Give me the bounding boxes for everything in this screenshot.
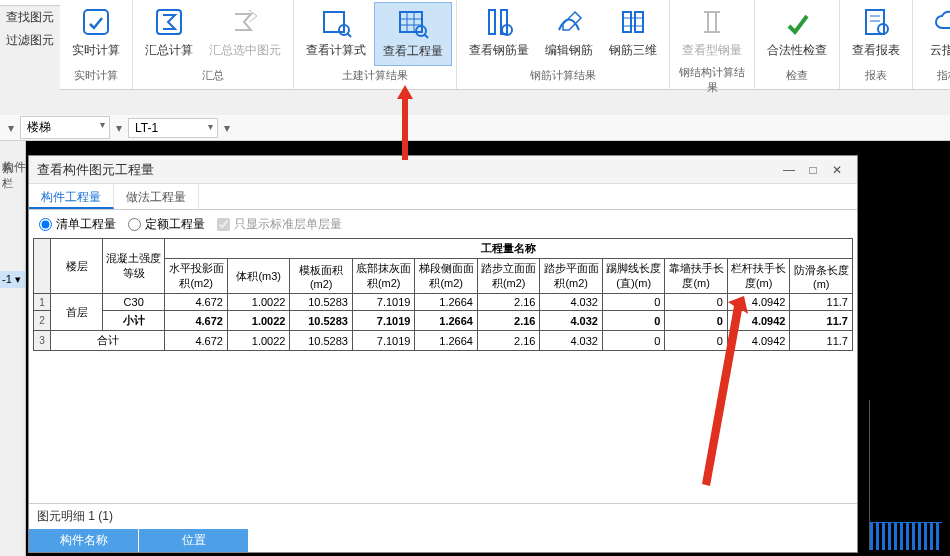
radio-quota-qty[interactable]: 定额工程量 xyxy=(128,216,205,233)
quantity-dialog: 查看构件图元工程量 — □ ✕ 构件工程量 做法工程量 清单工程量 定额工程量 … xyxy=(28,155,858,553)
ribbon-rt-button[interactable]: 实时计算 xyxy=(64,2,128,66)
svg-line-11 xyxy=(424,34,428,38)
svg-rect-19 xyxy=(866,10,884,34)
ribbon-cloud-button[interactable]: 云指标 xyxy=(917,2,950,66)
ribbon-ereb-button[interactable]: 编辑钢筋 xyxy=(537,2,601,66)
checkbox-std-floor[interactable]: 只显示标准层单层量 xyxy=(217,216,342,233)
svg-rect-2 xyxy=(324,12,344,32)
ribbon-group-label: 土建计算结果 xyxy=(298,66,452,87)
ribbon-group-label: 检查 xyxy=(759,66,835,87)
vqty-icon xyxy=(397,7,429,39)
ribbon-group-label: 钢结构计算结果 xyxy=(674,63,750,99)
dialog-title: 查看构件图元工程量 xyxy=(37,161,777,179)
rt-icon xyxy=(80,6,112,38)
detail-col-name[interactable]: 构件名称 xyxy=(29,529,139,552)
detail-col-position[interactable]: 位置 xyxy=(139,529,249,552)
valid-icon xyxy=(781,6,813,38)
maximize-button[interactable]: □ xyxy=(801,160,825,180)
component-name-dropdown[interactable]: LT-1 xyxy=(128,118,218,138)
svg-rect-16 xyxy=(635,12,643,32)
component-type-dropdown[interactable]: 楼梯 xyxy=(20,116,110,139)
ribbon-vsteel-button: 查看型钢量 xyxy=(674,2,750,63)
ribbon-group-label: 实时计算 xyxy=(64,66,128,87)
ribbon-valid-button[interactable]: 合法性检查 xyxy=(759,2,835,66)
minimize-button[interactable]: — xyxy=(777,160,801,180)
floor-tag[interactable]: -1 ▾ xyxy=(0,271,25,288)
ribbon-group-label: 指标 xyxy=(917,66,950,87)
filter-element[interactable]: 过滤图元 xyxy=(0,29,60,52)
svg-line-4 xyxy=(347,33,351,37)
ribbon-group-label: 汇总 xyxy=(137,66,289,87)
ribbon-rpt-button[interactable]: 查看报表 xyxy=(844,2,908,66)
tab-component-qty[interactable]: 构件工程量 xyxy=(29,184,114,209)
sum-icon xyxy=(153,6,185,38)
ribbon-reb3d-button[interactable]: 钢筋三维 xyxy=(601,2,665,66)
component-panel-label: 构件 xyxy=(0,155,28,180)
ribbon-vexp-button[interactable]: 查看计算式 xyxy=(298,2,374,66)
ribbon-vreb-button[interactable]: 查看钢筋量 xyxy=(461,2,537,66)
quantity-table: 楼层混凝土强度等级工程量名称水平投影面积(m2)体积(m3)模板面积(m2)底部… xyxy=(33,238,853,351)
rpt-icon xyxy=(860,6,892,38)
ribbon-vqty-button[interactable]: 查看工程量 xyxy=(374,2,452,66)
vexp-icon xyxy=(320,6,352,38)
radio-bill-qty[interactable]: 清单工程量 xyxy=(39,216,116,233)
vsteel-icon xyxy=(696,6,728,38)
sumsel-icon xyxy=(229,6,261,38)
ribbon-sumsel-button: 汇总选中图元 xyxy=(201,2,289,66)
svg-rect-12 xyxy=(489,10,495,34)
svg-rect-5 xyxy=(400,12,422,32)
find-element[interactable]: 查找图元 xyxy=(0,6,60,29)
cloud-icon xyxy=(932,6,950,38)
ribbon-group-label: 报表 xyxy=(844,66,908,87)
vreb-icon xyxy=(483,6,515,38)
close-button[interactable]: ✕ xyxy=(825,160,849,180)
ribbon-sum-button[interactable]: 汇总计算 xyxy=(137,2,201,66)
ereb-icon xyxy=(553,6,585,38)
reb3d-icon xyxy=(617,6,649,38)
ribbon-group-label: 钢筋计算结果 xyxy=(461,66,665,87)
detail-title: 图元明细 1 (1) xyxy=(29,504,857,529)
tab-method-qty[interactable]: 做法工程量 xyxy=(114,184,199,209)
svg-rect-15 xyxy=(623,12,631,32)
svg-rect-0 xyxy=(84,10,108,34)
